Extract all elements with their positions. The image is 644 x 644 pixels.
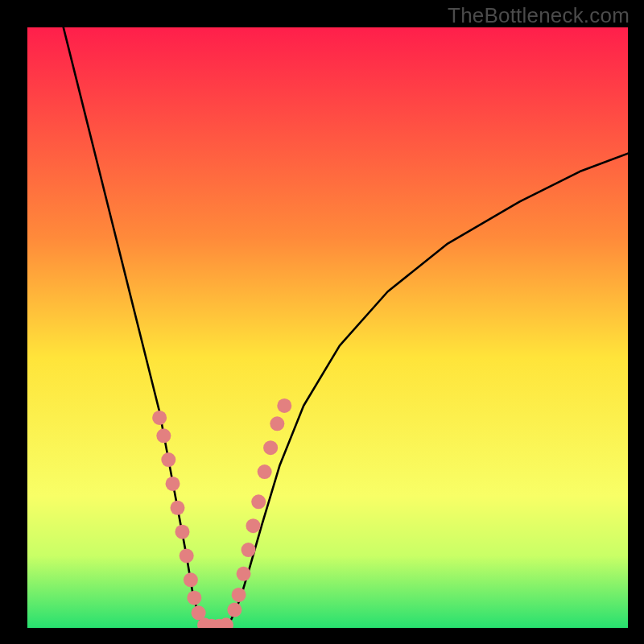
- marker-dot: [171, 501, 185, 515]
- marker-dot: [175, 525, 189, 539]
- marker-dot: [277, 398, 291, 413]
- marker-dot: [237, 567, 251, 581]
- plot-background: [27, 27, 628, 628]
- marker-dot: [156, 428, 171, 443]
- marker-dot: [180, 548, 194, 563]
- marker-dot: [258, 464, 272, 479]
- marker-dot: [219, 617, 233, 632]
- bottleneck-chart: [0, 0, 644, 644]
- marker-dot: [227, 603, 242, 617]
- marker-dot: [270, 416, 284, 431]
- marker-dot: [161, 452, 175, 467]
- marker-dot: [246, 518, 261, 533]
- marker-dot: [251, 494, 266, 509]
- marker-dot: [152, 411, 167, 425]
- marker-dot: [263, 440, 278, 455]
- chart-frame: TheBottleneck.com: [0, 0, 644, 644]
- marker-dot: [232, 588, 246, 602]
- marker-dot: [242, 543, 256, 557]
- marker-dot: [187, 591, 201, 605]
- marker-dot: [184, 572, 198, 587]
- marker-dot: [166, 477, 180, 491]
